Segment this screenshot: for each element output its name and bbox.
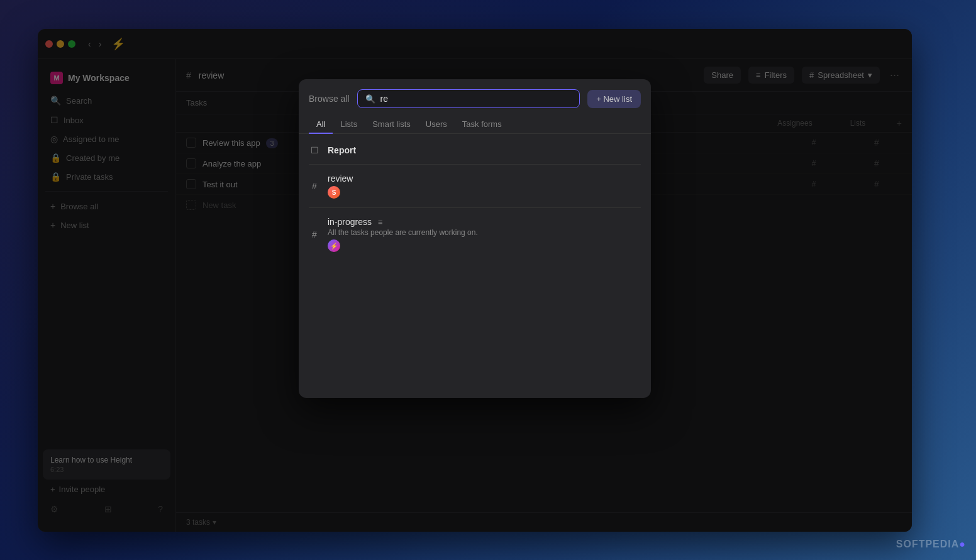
softpedia-watermark: SOFTPEDIA● <box>896 539 966 550</box>
modal-search-input[interactable] <box>380 94 572 104</box>
avatar: S <box>328 186 340 199</box>
result-content: review S <box>328 173 641 199</box>
modal-header: Browse all 🔍 + New list <box>299 79 651 108</box>
modal-tabs: All Lists Smart lists Users Task forms <box>299 108 651 134</box>
result-title: Report <box>328 145 641 155</box>
result-content: Report <box>328 145 641 155</box>
modal-title: Browse all <box>309 94 350 104</box>
browse-modal: Browse all 🔍 + New list All Lists Smart … <box>299 79 651 398</box>
softpedia-dot: ● <box>959 539 966 549</box>
desktop: ‹ › ⚡ M My Workspace 🔍 Search ☐ <box>0 0 976 560</box>
result-title: in-progress ≡ <box>328 217 641 227</box>
result-subtitle: All the tasks people are currently worki… <box>328 228 641 237</box>
modal-search-icon: 🔍 <box>365 94 375 104</box>
tab-task-forms[interactable]: Task forms <box>455 116 509 134</box>
modal-overlay[interactable]: Browse all 🔍 + New list All Lists Smart … <box>38 29 912 532</box>
result-content: in-progress ≡ All the tasks people are c… <box>328 217 641 252</box>
list-hash-icon: # <box>309 181 320 191</box>
tab-users[interactable]: Users <box>418 116 455 134</box>
smart-list-icon: # <box>309 229 320 239</box>
result-divider <box>309 164 641 165</box>
result-avatar-row: ⚡ <box>328 239 641 252</box>
list-item[interactable]: # in-progress ≡ All the tasks people are… <box>299 211 651 258</box>
modal-results: ☐ Report # review S <box>299 134 651 398</box>
result-title: review <box>328 173 641 184</box>
tab-all[interactable]: All <box>309 116 333 134</box>
report-type-icon: ☐ <box>309 145 320 155</box>
modal-search-box[interactable]: 🔍 <box>357 89 580 108</box>
filter-icon: ≡ <box>378 217 383 227</box>
result-divider <box>309 207 641 208</box>
avatar-bolt: ⚡ <box>328 239 340 252</box>
tab-lists[interactable]: Lists <box>333 116 365 134</box>
list-item[interactable]: # review S <box>299 167 651 205</box>
softpedia-text: SOFTPEDIA <box>896 539 960 549</box>
tab-smart-lists[interactable]: Smart lists <box>365 116 418 134</box>
list-item[interactable]: ☐ Report <box>299 139 651 162</box>
modal-new-list-button[interactable]: + New list <box>587 90 641 108</box>
result-avatar-row: S <box>328 186 641 199</box>
app-window: ‹ › ⚡ M My Workspace 🔍 Search ☐ <box>38 29 912 532</box>
